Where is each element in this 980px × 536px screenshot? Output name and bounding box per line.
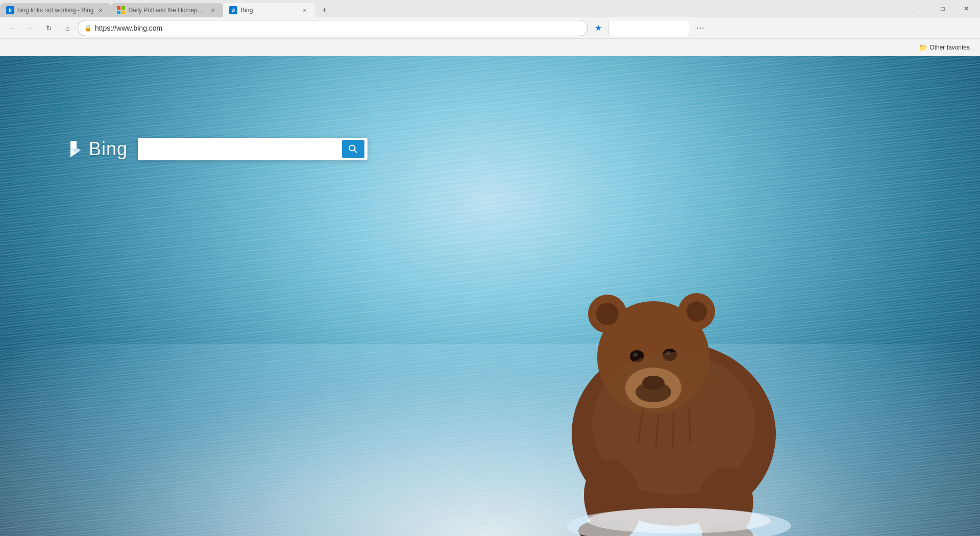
title-bar: b bing links not working - Bing ✕ Daily … (0, 0, 980, 17)
browser-window: b bing links not working - Bing ✕ Daily … (0, 0, 980, 536)
bing-search-input[interactable] (144, 144, 341, 154)
bing-background: Bing (0, 56, 980, 536)
toolbar: ← → ↻ ⌂ 🔒 ★ ⋯ (0, 17, 980, 39)
favorites-button[interactable]: ★ (590, 20, 606, 36)
bing-search-button[interactable] (342, 140, 364, 158)
home-button[interactable]: ⌂ (59, 20, 76, 36)
svg-line-20 (673, 411, 674, 447)
address-bar[interactable]: 🔒 (78, 20, 588, 36)
folder-icon: 📁 (919, 43, 927, 52)
other-favorites-label: Other favorites (929, 44, 970, 51)
new-tab-button[interactable]: + (317, 3, 331, 17)
tab3-favicon: b (229, 6, 237, 14)
tabs-area: b bing links not working - Bing ✕ Daily … (0, 0, 905, 17)
lock-icon: 🔒 (84, 25, 92, 32)
svg-point-10 (596, 303, 619, 325)
tab3-close-button[interactable]: ✕ (301, 6, 309, 14)
window-controls: ─ □ ✕ (905, 0, 980, 17)
tab2-close-button[interactable]: ✕ (209, 6, 217, 14)
address-input[interactable] (95, 24, 581, 32)
search-icon (349, 144, 358, 154)
maximize-button[interactable]: □ (931, 0, 954, 17)
bing-search-box (138, 138, 368, 160)
tab2-favicon (117, 6, 125, 14)
tab1-close-button[interactable]: ✕ (96, 6, 105, 14)
svg-line-27 (355, 151, 357, 153)
bookmarks-bar: 📁 Other favorites (0, 39, 980, 56)
tab-bing-error[interactable]: b bing links not working - Bing ✕ (0, 3, 111, 17)
svg-line-21 (689, 408, 690, 443)
back-button[interactable]: ← (4, 20, 20, 36)
browser-content: Bing (0, 56, 980, 536)
bear-image (495, 230, 852, 536)
close-button[interactable]: ✕ (954, 0, 978, 17)
refresh-button[interactable]: ↻ (41, 20, 57, 36)
bing-b-svg (66, 139, 87, 159)
svg-point-7 (633, 353, 638, 357)
bing-logo: Bing (66, 138, 128, 160)
tab3-title: Bing (240, 7, 298, 14)
other-favorites-bookmark[interactable]: 📁 Other favorites (915, 41, 974, 54)
svg-point-12 (687, 301, 707, 322)
tab1-favicon: b (6, 6, 14, 14)
bing-logo-text: Bing (89, 138, 128, 160)
tab-bing[interactable]: b Bing ✕ (223, 3, 315, 17)
more-menu-button[interactable]: ⋯ (692, 20, 708, 36)
tab-daily-poll[interactable]: Daily Poll and the Homepage C... ✕ (111, 3, 223, 17)
toolbar-spacer (608, 20, 690, 36)
svg-point-23 (587, 508, 771, 533)
tab1-title: bing links not working - Bing (17, 7, 93, 14)
minimize-button[interactable]: ─ (908, 0, 931, 17)
tab2-title: Daily Poll and the Homepage C... (128, 7, 206, 14)
forward-button[interactable]: → (22, 20, 39, 36)
bing-search-area: Bing (66, 138, 368, 160)
